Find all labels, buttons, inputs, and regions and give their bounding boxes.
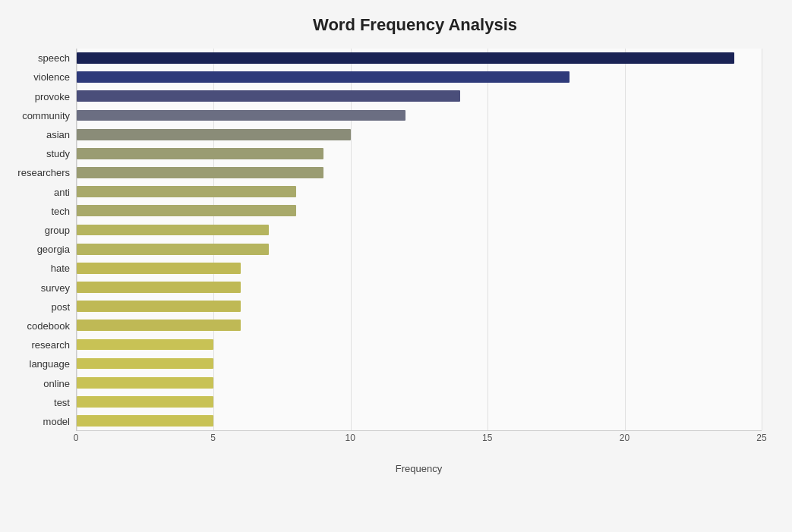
bar <box>77 110 405 121</box>
bar <box>77 282 241 293</box>
bar-row <box>77 240 762 259</box>
y-label: research <box>8 335 76 354</box>
y-labels: speechviolenceprovokecommunityasianstudy… <box>8 49 76 431</box>
bar <box>77 301 241 312</box>
bar-row <box>77 163 762 182</box>
y-label: codebook <box>8 316 76 335</box>
y-label: survey <box>8 278 76 297</box>
bar-row <box>77 354 762 373</box>
bar <box>77 320 241 331</box>
bar <box>77 167 323 178</box>
bar <box>77 205 296 216</box>
bar <box>77 148 323 159</box>
y-label: anti <box>8 182 76 201</box>
bar-row <box>77 125 762 144</box>
bar-row <box>77 220 762 239</box>
bar-row <box>77 105 762 124</box>
bar <box>77 225 269 236</box>
chart-area: speechviolenceprovokecommunityasianstudy… <box>8 49 762 474</box>
bar <box>77 244 269 255</box>
x-tick: 5 <box>210 433 216 443</box>
x-tick: 25 <box>756 433 766 443</box>
y-label: online <box>8 373 76 392</box>
bar-row <box>77 68 762 87</box>
y-label: model <box>8 412 76 431</box>
y-label: language <box>8 354 76 373</box>
y-label: group <box>8 221 76 240</box>
x-tick: 15 <box>482 433 492 443</box>
bar-row <box>77 182 762 201</box>
bar-row <box>77 201 762 220</box>
bars-section: speechviolenceprovokecommunityasianstudy… <box>8 49 762 431</box>
bar <box>77 90 460 102</box>
bar <box>77 377 213 389</box>
bar <box>77 263 241 274</box>
bar-row <box>77 392 762 411</box>
y-label: provoke <box>8 87 76 105</box>
bar-row <box>77 335 762 354</box>
bar <box>77 415 213 427</box>
y-label: post <box>8 297 76 316</box>
bar-row <box>77 259 762 278</box>
bar <box>77 358 213 370</box>
bars-plot <box>76 49 762 431</box>
bar-row <box>77 373 762 392</box>
bar <box>77 129 351 140</box>
bar <box>77 186 296 197</box>
y-label: community <box>8 106 76 125</box>
y-label: violence <box>8 68 76 87</box>
bar-row <box>77 49 762 68</box>
y-label: hate <box>8 259 76 278</box>
y-label: test <box>8 393 76 412</box>
y-label: study <box>8 144 76 163</box>
y-label: georgia <box>8 240 76 259</box>
y-label: researchers <box>8 163 76 182</box>
x-tick: 10 <box>346 433 355 443</box>
x-axis: 0510152025 <box>76 433 762 448</box>
chart-container: Word Frequency Analysis speechviolencepr… <box>0 0 792 532</box>
chart-title: Word Frequency Analysis <box>8 15 762 35</box>
gridline <box>762 49 762 430</box>
bar-row <box>77 411 762 430</box>
bar-row <box>77 297 762 316</box>
x-tick: 20 <box>620 433 629 443</box>
y-label: asian <box>8 125 76 144</box>
bar <box>77 339 213 351</box>
bar <box>77 52 734 64</box>
bar <box>77 71 570 83</box>
y-label: tech <box>8 202 76 221</box>
x-tick: 0 <box>74 433 79 443</box>
bar-row <box>77 278 762 297</box>
bar <box>77 396 213 408</box>
bar-row <box>77 87 762 105</box>
bar-row <box>77 316 762 335</box>
x-axis-label: Frequency <box>8 463 762 474</box>
bar-row <box>77 144 762 163</box>
y-label: speech <box>8 49 76 68</box>
